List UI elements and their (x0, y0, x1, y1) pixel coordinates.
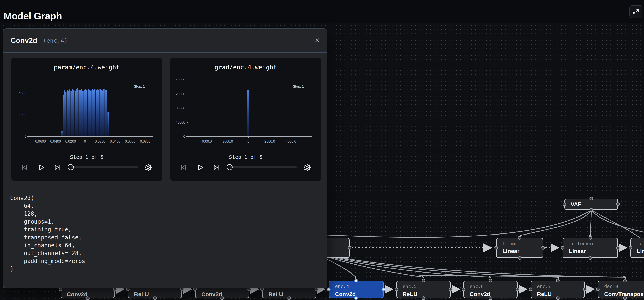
step-slider-track[interactable] (230, 166, 297, 168)
graph-edge-vae-hidden (325, 210, 591, 237)
histogram-bar (86, 90, 88, 137)
histogram-bar (247, 90, 250, 137)
histogram-bar (100, 89, 101, 137)
skip-forward-button[interactable] (212, 163, 220, 171)
page-title: Model Graph (4, 10, 62, 22)
node-type-label: Linear (502, 248, 542, 255)
histogram-bar (76, 89, 77, 137)
x-tick-label: 4000.0 (286, 140, 296, 143)
histogram-bar (94, 89, 96, 137)
histogram-bar (68, 91, 69, 137)
histogram-bar (90, 91, 92, 137)
module-repr-code: Conv2d( 64, 128, groups=1, training=true… (10, 194, 85, 273)
step-slider-thumb[interactable] (226, 164, 233, 170)
skip-forward-button[interactable] (53, 163, 61, 171)
x-tick-label: -0.0200 (64, 140, 76, 143)
histogram-bar (81, 89, 82, 137)
node-type-label: Conv2d (67, 291, 114, 298)
node-name-label: fc_dec (637, 241, 644, 246)
histogram-bar (77, 88, 78, 137)
node-type-label: Linear (637, 248, 644, 255)
fullscreen-expand-button[interactable] (630, 5, 642, 18)
y-tick-label: 0 (184, 135, 185, 139)
step-indicator: Step 1 of 5 (11, 154, 162, 160)
y-tick-label: 0 (24, 135, 26, 139)
x-tick-label: 0 (84, 140, 86, 143)
histogram-bar (63, 95, 64, 137)
play-button[interactable] (37, 163, 45, 171)
node-name-label: enc.6 (470, 284, 517, 289)
graph-node-vae[interactable]: VAE (564, 198, 618, 210)
settings-gear-icon[interactable] (303, 163, 312, 172)
chart-legend-step: Step: 1 (134, 85, 145, 88)
y-tick-label: 2000 (19, 113, 26, 117)
node-name-label: enc.4 (335, 284, 383, 289)
histogram-plot[interactable]: 04000080000120000160000-4000.0-2000.0020… (170, 72, 322, 163)
node-type-label: ReLU (268, 291, 316, 298)
histogram-bar (105, 90, 106, 137)
graph-edge-vae-fc_logvar (590, 210, 591, 235)
x-tick-label: 0.0600 (125, 140, 136, 143)
step-slider-thumb[interactable] (68, 164, 74, 170)
histogram-bar (71, 91, 72, 137)
graph-node-enc4[interactable]: enc.4Conv2d (329, 281, 384, 298)
graph-node-fc_dec[interactable]: fc_decLinear (630, 238, 644, 258)
histogram-bar (61, 131, 62, 137)
x-tick-label: -0.0400 (49, 140, 61, 143)
graph-node-enc6[interactable]: enc.6Conv2d (463, 281, 518, 298)
node-type-label: ReLU (134, 291, 182, 298)
node-type-label: ConvTranspose2d (604, 291, 644, 297)
node-type-label: Linear (569, 248, 618, 255)
graph-node-fc_logvar[interactable]: fc_logvarLinear (562, 238, 618, 258)
chart-title: param/enc.4.weight (11, 64, 162, 71)
node-type-label: Conv2d (335, 291, 383, 297)
graph-node-dec0[interactable]: dec.0ConvTranspose2d (598, 281, 644, 298)
modal-title: Conv2d (10, 36, 37, 45)
expand-diagonal-icon (630, 6, 642, 18)
settings-gear-icon[interactable] (144, 163, 153, 172)
node-name-label: fc_mu (502, 241, 542, 246)
histogram-plot[interactable]: 020004000-0.0600-0.0400-0.020000.02000.0… (11, 72, 162, 163)
x-tick-label: 0 (248, 140, 249, 143)
y-tick-label: 40000 (176, 121, 185, 124)
histogram-bar (96, 90, 97, 137)
node-name-label: enc.5 (402, 284, 450, 289)
x-tick-label: 2000.0 (264, 140, 275, 143)
node-detail-modal: Conv2d (enc.4) ✕ param/enc.4.weight 0200… (3, 28, 328, 289)
histogram-bar (84, 90, 85, 137)
node-type-label: Conv2d (201, 291, 249, 298)
histogram-bar (85, 89, 86, 137)
histogram-bar (82, 91, 84, 137)
x-tick-label: 0.0400 (110, 140, 120, 143)
play-button[interactable] (196, 163, 204, 171)
histogram-bar (73, 90, 74, 137)
graph-node-enc5[interactable]: enc.5ReLU (396, 281, 450, 298)
histogram-bar (89, 90, 90, 137)
histogram-bar (66, 92, 67, 137)
close-icon[interactable]: ✕ (315, 37, 320, 44)
node-type-label: VAE (571, 201, 618, 208)
chart-title: grad/enc.4.weight (170, 64, 322, 71)
graph-node-enc7[interactable]: enc.7ReLU (530, 281, 585, 298)
x-tick-label: -2000.0 (221, 140, 233, 143)
histogram-bar (64, 90, 65, 137)
histogram-bar (92, 89, 93, 137)
node-name-label: enc.7 (537, 284, 584, 289)
histogram-bar (104, 89, 105, 137)
histogram-bar (93, 90, 94, 137)
step-slider-track[interactable] (71, 166, 138, 168)
graph-edge-vae-fc_mu (521, 210, 591, 235)
graph-node-fc_mu[interactable]: fc_muLinear (496, 238, 543, 258)
page-header: Model Graph (0, 0, 644, 23)
y-tick-label: 120000 (174, 92, 185, 96)
histogram-bar (108, 112, 109, 137)
histogram-bar (69, 89, 70, 137)
skip-back-button[interactable] (21, 163, 29, 171)
histogram-bar (78, 90, 80, 137)
skip-back-button[interactable] (180, 163, 188, 171)
modal-subtitle: (enc.4) (43, 37, 68, 44)
histogram-bar (97, 89, 98, 137)
histogram-bar (72, 89, 73, 137)
histogram-bar (102, 91, 104, 137)
node-type-label: Conv2d (470, 291, 517, 297)
